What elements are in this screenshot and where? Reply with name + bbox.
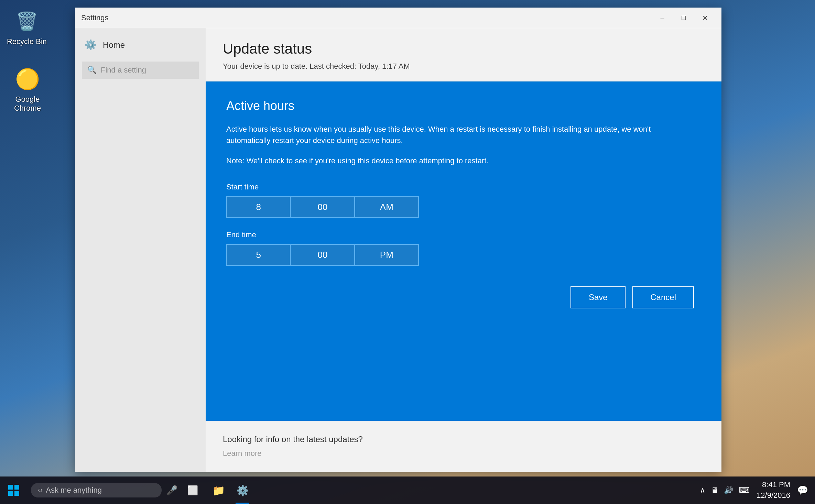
settings-window: Settings – □ ✕ ⚙️ Home 🔍 [75,8,721,472]
svg-rect-0 [8,485,13,490]
desktop: 🗑️ Recycle Bin 🟡 Google Chrome Settings … [0,0,815,504]
settings-body: ⚙️ Home 🔍 Update status Your device is u… [75,28,721,472]
taskbar-search-input[interactable] [46,486,142,495]
start-minute-field[interactable]: 00 [290,196,355,218]
footer-title: Looking for info on the latest updates? [223,435,704,444]
active-hours-title: Active hours [226,99,701,113]
update-header: Update status Your device is up to date.… [206,28,721,81]
svg-rect-1 [14,485,19,490]
active-hours-note: Note: We'll check to see if you're using… [226,156,701,165]
notification-button[interactable]: 💬 [797,485,808,496]
svg-rect-3 [14,491,19,496]
recycle-bin-label: Recycle Bin [7,37,47,46]
start-time-section: Start time 8 00 AM [226,183,701,218]
clock-time: 8:41 PM [757,480,790,490]
settings-search-box[interactable]: 🔍 [82,62,199,79]
active-hours-section: Active hours Active hours lets us know w… [206,81,721,421]
task-view-button[interactable]: ⬜ [182,476,203,504]
save-button[interactable]: Save [570,286,626,308]
update-title: Update status [223,41,704,57]
start-time-inputs: 8 00 AM [226,196,419,218]
end-hour-field[interactable]: 5 [226,244,290,266]
sidebar-home-label: Home [103,40,125,50]
taskbar-search-icon: ○ [38,486,42,495]
start-button[interactable] [0,476,28,504]
taskbar-right: ∧ 🖥 🔊 ⌨ 8:41 PM 12/9/2016 💬 [700,480,815,501]
end-period-field[interactable]: PM [355,244,419,266]
google-chrome-icon[interactable]: 🟡 Google Chrome [3,62,52,116]
file-explorer-taskbar[interactable]: 📁 [206,476,230,504]
network-icon[interactable]: 🖥 [711,486,718,495]
close-button[interactable]: ✕ [695,9,715,26]
action-buttons: Save Cancel [226,286,701,308]
windows-icon [8,485,19,496]
end-time-inputs: 5 00 PM [226,244,419,266]
settings-search-input[interactable] [101,66,193,75]
active-hours-description: Active hours lets us know when you usual… [226,123,673,146]
sidebar: ⚙️ Home 🔍 [75,28,206,472]
learn-more-link[interactable]: Learn more [223,449,704,458]
end-time-section: End time 5 00 PM [226,230,701,266]
content-area: Update status Your device is up to date.… [206,28,721,472]
taskbar: ○ 🎤 ⬜ 📁 ⚙️ ∧ 🖥 🔊 ⌨ 8:41 PM 12/9/2016 [0,476,815,504]
start-hour-field[interactable]: 8 [226,196,290,218]
clock-date: 12/9/2016 [757,490,790,501]
sidebar-home[interactable]: ⚙️ Home [75,32,206,58]
title-bar: Settings – □ ✕ [75,8,721,28]
end-time-label: End time [226,230,701,239]
maximize-button[interactable]: □ [673,9,694,26]
window-controls: – □ ✕ [652,9,715,26]
chevron-icon[interactable]: ∧ [700,486,705,495]
gear-icon: ⚙️ [85,39,97,51]
update-status-text: Your device is up to date. Last checked:… [223,62,704,71]
microphone-button[interactable]: 🎤 [162,476,182,504]
clock[interactable]: 8:41 PM 12/9/2016 [757,480,790,501]
start-time-label: Start time [226,183,701,191]
taskbar-apps: 📁 ⚙️ [206,476,254,504]
recycle-bin-icon[interactable]: 🗑️ Recycle Bin [3,4,51,50]
end-minute-field[interactable]: 00 [290,244,355,266]
google-chrome-label: Google Chrome [7,95,48,113]
start-period-field[interactable]: AM [355,196,419,218]
svg-rect-2 [8,491,13,496]
volume-icon[interactable]: 🔊 [724,486,733,495]
footer-area: Looking for info on the latest updates? … [206,421,721,472]
settings-taskbar[interactable]: ⚙️ [230,476,254,504]
keyboard-icon[interactable]: ⌨ [739,486,750,495]
minimize-button[interactable]: – [652,9,673,26]
system-icons: ∧ 🖥 🔊 ⌨ [700,486,750,495]
search-icon: 🔍 [87,66,97,75]
window-title: Settings [81,13,652,22]
taskbar-search-box[interactable]: ○ [31,483,162,497]
cancel-button[interactable]: Cancel [632,286,694,308]
